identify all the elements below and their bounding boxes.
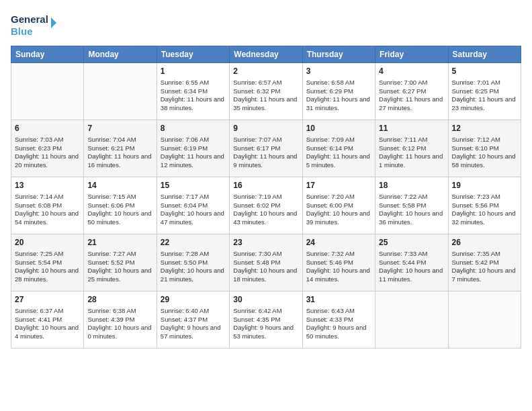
day-info: Sunrise: 7:12 AM Sunset: 6:10 PM Dayligh… <box>452 136 517 170</box>
weekday-header-thursday: Thursday <box>302 46 375 63</box>
day-number: 26 <box>452 237 517 248</box>
calendar-day: 4Sunrise: 7:00 AM Sunset: 6:27 PM Daylig… <box>375 63 448 120</box>
day-info: Sunrise: 7:09 AM Sunset: 6:14 PM Dayligh… <box>306 136 371 170</box>
calendar-day: 27Sunrise: 6:37 AM Sunset: 4:41 PM Dayli… <box>11 291 84 349</box>
calendar-day: 20Sunrise: 7:25 AM Sunset: 5:54 PM Dayli… <box>11 234 84 291</box>
calendar-day: 18Sunrise: 7:22 AM Sunset: 5:58 PM Dayli… <box>375 177 448 234</box>
calendar-day: 16Sunrise: 7:19 AM Sunset: 6:02 PM Dayli… <box>230 177 302 234</box>
calendar-day: 1Sunrise: 6:55 AM Sunset: 6:34 PM Daylig… <box>157 63 229 120</box>
calendar-day: 7Sunrise: 7:04 AM Sunset: 6:21 PM Daylig… <box>84 120 157 177</box>
day-info: Sunrise: 7:27 AM Sunset: 5:52 PM Dayligh… <box>87 250 152 284</box>
day-info: Sunrise: 7:30 AM Sunset: 5:48 PM Dayligh… <box>233 250 298 284</box>
calendar-day: 15Sunrise: 7:17 AM Sunset: 6:04 PM Dayli… <box>157 177 229 234</box>
day-number: 9 <box>233 123 298 134</box>
logo-svg: General Blue <box>11 11 58 39</box>
day-number: 4 <box>379 66 444 77</box>
svg-marker-2 <box>51 17 56 28</box>
calendar-week-3: 13Sunrise: 7:14 AM Sunset: 6:08 PM Dayli… <box>11 177 521 234</box>
day-number: 15 <box>161 180 226 191</box>
calendar-day: 17Sunrise: 7:20 AM Sunset: 6:00 PM Dayli… <box>302 177 375 234</box>
calendar-day: 31Sunrise: 6:43 AM Sunset: 4:33 PM Dayli… <box>302 291 375 349</box>
calendar-day: 10Sunrise: 7:09 AM Sunset: 6:14 PM Dayli… <box>302 120 375 177</box>
day-info: Sunrise: 7:32 AM Sunset: 5:46 PM Dayligh… <box>306 250 371 284</box>
day-number: 24 <box>306 237 371 248</box>
calendar-day: 19Sunrise: 7:23 AM Sunset: 5:56 PM Dayli… <box>448 177 521 234</box>
day-number: 5 <box>452 66 517 77</box>
calendar-day: 11Sunrise: 7:11 AM Sunset: 6:12 PM Dayli… <box>375 120 448 177</box>
calendar-day: 29Sunrise: 6:40 AM Sunset: 4:37 PM Dayli… <box>157 291 229 349</box>
calendar-day: 24Sunrise: 7:32 AM Sunset: 5:46 PM Dayli… <box>302 234 375 291</box>
weekday-header-saturday: Saturday <box>448 46 521 63</box>
day-info: Sunrise: 7:22 AM Sunset: 5:58 PM Dayligh… <box>379 193 444 227</box>
day-number: 17 <box>306 180 371 191</box>
day-info: Sunrise: 6:42 AM Sunset: 4:35 PM Dayligh… <box>233 307 298 341</box>
calendar-day: 2Sunrise: 6:57 AM Sunset: 6:32 PM Daylig… <box>230 63 302 120</box>
day-number: 20 <box>15 237 80 248</box>
day-info: Sunrise: 7:01 AM Sunset: 6:25 PM Dayligh… <box>452 79 517 113</box>
day-info: Sunrise: 7:25 AM Sunset: 5:54 PM Dayligh… <box>15 250 80 284</box>
day-info: Sunrise: 6:43 AM Sunset: 4:33 PM Dayligh… <box>306 307 371 341</box>
day-number: 18 <box>379 180 444 191</box>
calendar-day: 9Sunrise: 7:07 AM Sunset: 6:17 PM Daylig… <box>230 120 302 177</box>
day-number: 7 <box>87 123 152 134</box>
svg-text:General: General <box>11 13 48 25</box>
day-info: Sunrise: 7:17 AM Sunset: 6:04 PM Dayligh… <box>161 193 226 227</box>
day-info: Sunrise: 7:11 AM Sunset: 6:12 PM Dayligh… <box>379 136 444 170</box>
day-number: 27 <box>15 294 80 306</box>
day-number: 25 <box>379 237 444 248</box>
day-info: Sunrise: 6:57 AM Sunset: 6:32 PM Dayligh… <box>233 79 298 113</box>
day-info: Sunrise: 7:04 AM Sunset: 6:21 PM Dayligh… <box>87 136 152 170</box>
day-number: 2 <box>233 66 298 77</box>
logo: General Blue <box>11 11 58 39</box>
day-number: 19 <box>452 180 517 191</box>
calendar-table: SundayMondayTuesdayWednesdayThursdayFrid… <box>11 46 521 349</box>
day-number: 12 <box>452 123 517 134</box>
calendar-day: 21Sunrise: 7:27 AM Sunset: 5:52 PM Dayli… <box>84 234 157 291</box>
calendar-day: 30Sunrise: 6:42 AM Sunset: 4:35 PM Dayli… <box>230 291 302 349</box>
day-number: 11 <box>379 123 444 134</box>
calendar-day: 14Sunrise: 7:15 AM Sunset: 6:06 PM Dayli… <box>84 177 157 234</box>
calendar-day <box>375 291 448 349</box>
svg-text:Blue: Blue <box>11 26 33 37</box>
day-info: Sunrise: 7:23 AM Sunset: 5:56 PM Dayligh… <box>452 193 517 227</box>
day-info: Sunrise: 7:03 AM Sunset: 6:23 PM Dayligh… <box>15 136 80 170</box>
calendar-day: 13Sunrise: 7:14 AM Sunset: 6:08 PM Dayli… <box>11 177 84 234</box>
calendar-day: 23Sunrise: 7:30 AM Sunset: 5:48 PM Dayli… <box>230 234 302 291</box>
day-info: Sunrise: 7:28 AM Sunset: 5:50 PM Dayligh… <box>161 250 226 284</box>
day-info: Sunrise: 7:33 AM Sunset: 5:44 PM Dayligh… <box>379 250 444 284</box>
weekday-header-sunday: Sunday <box>11 46 84 63</box>
day-number: 23 <box>233 237 298 248</box>
weekday-header-friday: Friday <box>375 46 448 63</box>
weekday-header-monday: Monday <box>84 46 157 63</box>
calendar-day <box>84 63 157 120</box>
calendar-day <box>448 291 521 349</box>
calendar-day: 28Sunrise: 6:38 AM Sunset: 4:39 PM Dayli… <box>84 291 157 349</box>
day-info: Sunrise: 7:20 AM Sunset: 6:00 PM Dayligh… <box>306 193 371 227</box>
calendar-day: 5Sunrise: 7:01 AM Sunset: 6:25 PM Daylig… <box>448 63 521 120</box>
day-info: Sunrise: 7:07 AM Sunset: 6:17 PM Dayligh… <box>233 136 298 170</box>
day-number: 16 <box>233 180 298 191</box>
day-info: Sunrise: 7:35 AM Sunset: 5:42 PM Dayligh… <box>452 250 517 284</box>
day-info: Sunrise: 6:58 AM Sunset: 6:29 PM Dayligh… <box>306 79 371 113</box>
calendar-day: 12Sunrise: 7:12 AM Sunset: 6:10 PM Dayli… <box>448 120 521 177</box>
day-info: Sunrise: 6:37 AM Sunset: 4:41 PM Dayligh… <box>15 307 80 341</box>
calendar-week-1: 1Sunrise: 6:55 AM Sunset: 6:34 PM Daylig… <box>11 63 521 120</box>
calendar-week-5: 27Sunrise: 6:37 AM Sunset: 4:41 PM Dayli… <box>11 291 521 349</box>
calendar-day: 25Sunrise: 7:33 AM Sunset: 5:44 PM Dayli… <box>375 234 448 291</box>
calendar-week-4: 20Sunrise: 7:25 AM Sunset: 5:54 PM Dayli… <box>11 234 521 291</box>
day-number: 1 <box>161 66 226 77</box>
day-info: Sunrise: 7:00 AM Sunset: 6:27 PM Dayligh… <box>379 79 444 113</box>
weekday-header-wednesday: Wednesday <box>230 46 302 63</box>
day-number: 6 <box>15 123 80 134</box>
day-info: Sunrise: 7:06 AM Sunset: 6:19 PM Dayligh… <box>161 136 226 170</box>
day-info: Sunrise: 6:40 AM Sunset: 4:37 PM Dayligh… <box>161 307 226 341</box>
day-number: 8 <box>161 123 226 134</box>
calendar-day: 6Sunrise: 7:03 AM Sunset: 6:23 PM Daylig… <box>11 120 84 177</box>
day-info: Sunrise: 6:55 AM Sunset: 6:34 PM Dayligh… <box>161 79 226 113</box>
day-number: 21 <box>87 237 152 248</box>
calendar-week-2: 6Sunrise: 7:03 AM Sunset: 6:23 PM Daylig… <box>11 120 521 177</box>
day-number: 10 <box>306 123 371 134</box>
day-info: Sunrise: 7:19 AM Sunset: 6:02 PM Dayligh… <box>233 193 298 227</box>
day-number: 14 <box>87 180 152 191</box>
day-info: Sunrise: 7:14 AM Sunset: 6:08 PM Dayligh… <box>15 193 80 227</box>
